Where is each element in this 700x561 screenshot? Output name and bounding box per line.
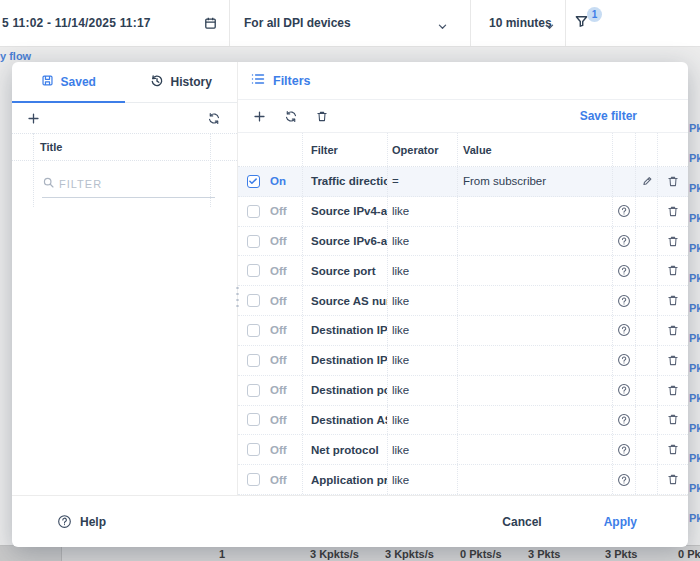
row-value[interactable]	[457, 256, 612, 285]
filter-toggle[interactable]: 1	[566, 0, 700, 46]
row-operator[interactable]: like	[387, 465, 457, 494]
row-filter-name[interactable]: Destination AS number	[302, 406, 387, 435]
filter-row: OffSource IPv6-addresslike	[238, 227, 688, 257]
row-value[interactable]	[457, 197, 612, 226]
panel-resize-grip[interactable]	[235, 285, 240, 311]
row-filter-name[interactable]: Destination IPv6-address	[302, 346, 387, 375]
row-enable-checkbox[interactable]	[238, 256, 268, 285]
filter-row: OffApplication protocollike	[238, 465, 688, 495]
row-enable-checkbox[interactable]	[238, 435, 268, 464]
row-delete-icon[interactable]	[657, 435, 688, 464]
row-enable-checkbox[interactable]	[238, 197, 268, 226]
row-enable-checkbox[interactable]	[238, 376, 268, 405]
row-clear-icon	[635, 406, 657, 435]
row-delete-icon[interactable]	[657, 406, 688, 435]
save-filter-link[interactable]: Save filter	[580, 109, 637, 123]
help-button[interactable]: Help	[57, 514, 106, 529]
saved-filter-search-input[interactable]	[59, 178, 215, 190]
row-enable-checkbox[interactable]	[238, 346, 268, 375]
row-value[interactable]	[457, 435, 612, 464]
row-value[interactable]	[457, 346, 612, 375]
row-operator[interactable]: like	[387, 256, 457, 285]
row-help-icon[interactable]	[612, 316, 635, 345]
row-filter-name[interactable]: Application protocol	[302, 465, 387, 494]
tab-history[interactable]: History	[125, 62, 238, 102]
row-help-icon[interactable]	[612, 406, 635, 435]
row-operator[interactable]: like	[387, 435, 457, 464]
interval-select[interactable]: 10 minutes	[471, 0, 566, 46]
date-range-picker[interactable]: 5 11:02 - 11/14/2025 11:17	[0, 0, 230, 46]
row-clear-icon[interactable]	[635, 167, 657, 196]
add-saved-filter-button[interactable]	[27, 112, 40, 125]
row-help-icon[interactable]	[612, 465, 635, 494]
row-operator[interactable]: like	[387, 346, 457, 375]
row-delete-icon[interactable]	[657, 256, 688, 285]
row-operator[interactable]: like	[387, 286, 457, 315]
row-operator[interactable]: like	[387, 316, 457, 345]
row-clear-icon	[635, 346, 657, 375]
apply-button[interactable]: Apply	[604, 515, 637, 529]
row-filter-name[interactable]: Destination port	[302, 376, 387, 405]
flow-link-fragment: y flow	[0, 50, 31, 62]
row-value[interactable]	[457, 316, 612, 345]
row-filter-name[interactable]: Source port	[302, 256, 387, 285]
calendar-icon[interactable]	[204, 16, 217, 34]
row-delete-icon[interactable]	[657, 167, 688, 196]
filter-row: OffDestination AS numberlike	[238, 406, 688, 436]
row-delete-icon[interactable]	[657, 346, 688, 375]
row-filter-name[interactable]: Source IPv6-address	[302, 227, 387, 256]
row-filter-name[interactable]: Source IPv4-address	[302, 197, 387, 226]
row-help-icon[interactable]	[612, 197, 635, 226]
row-filter-name[interactable]: Traffic direction	[302, 167, 387, 196]
row-delete-icon[interactable]	[657, 286, 688, 315]
row-value[interactable]	[457, 406, 612, 435]
row-enable-checkbox[interactable]	[238, 286, 268, 315]
row-enable-checkbox[interactable]	[238, 167, 268, 196]
row-help-icon[interactable]	[612, 256, 635, 285]
row-delete-icon[interactable]	[657, 376, 688, 405]
add-filter-button[interactable]	[253, 110, 266, 123]
row-value[interactable]	[457, 376, 612, 405]
tab-saved[interactable]: Saved	[12, 62, 125, 102]
row-operator[interactable]: like	[387, 406, 457, 435]
row-operator[interactable]: =	[387, 167, 457, 196]
summary-value: 0 Pkts/s	[460, 548, 502, 560]
row-state-label: Off	[268, 227, 302, 256]
row-value[interactable]: From subscriber	[457, 167, 612, 196]
row-filter-name[interactable]: Net protocol	[302, 435, 387, 464]
row-enable-checkbox[interactable]	[238, 316, 268, 345]
row-operator[interactable]: like	[387, 197, 457, 226]
device-select[interactable]: For all DPI devices	[230, 0, 471, 46]
row-filter-name[interactable]: Destination IPv4-address	[302, 316, 387, 345]
row-filter-name[interactable]: Source AS number	[302, 286, 387, 315]
row-delete-icon[interactable]	[657, 197, 688, 226]
row-delete-icon[interactable]	[657, 465, 688, 494]
refresh-filters-button[interactable]	[284, 110, 298, 123]
filters-dialog: Saved History Title	[12, 62, 688, 547]
row-help-icon[interactable]	[612, 376, 635, 405]
row-enable-checkbox[interactable]	[238, 465, 268, 494]
row-delete-icon[interactable]	[657, 227, 688, 256]
refresh-saved-button[interactable]	[207, 112, 221, 125]
row-help-icon[interactable]	[612, 346, 635, 375]
row-value[interactable]	[457, 286, 612, 315]
row-operator[interactable]: like	[387, 227, 457, 256]
row-help-icon[interactable]	[612, 227, 635, 256]
summary-value: 0 Pk	[678, 548, 700, 560]
row-help-icon[interactable]	[612, 435, 635, 464]
cancel-button[interactable]: Cancel	[502, 515, 541, 529]
row-value[interactable]	[457, 465, 612, 494]
delete-filters-button[interactable]	[316, 110, 328, 123]
screen: y flow w PkPkPkPkPkPkPkPkPkPkPkPkPkPk 13…	[0, 0, 700, 561]
summary-value: 3 Kpkts/s	[385, 548, 434, 560]
row-help-icon[interactable]	[612, 286, 635, 315]
gutter-divider	[33, 133, 34, 207]
saved-table-header: Title	[12, 133, 237, 161]
row-delete-icon[interactable]	[657, 316, 688, 345]
panel-divider	[237, 62, 238, 495]
row-operator[interactable]: like	[387, 376, 457, 405]
row-state-label: Off	[268, 256, 302, 285]
row-enable-checkbox[interactable]	[238, 406, 268, 435]
row-value[interactable]	[457, 227, 612, 256]
row-enable-checkbox[interactable]	[238, 227, 268, 256]
